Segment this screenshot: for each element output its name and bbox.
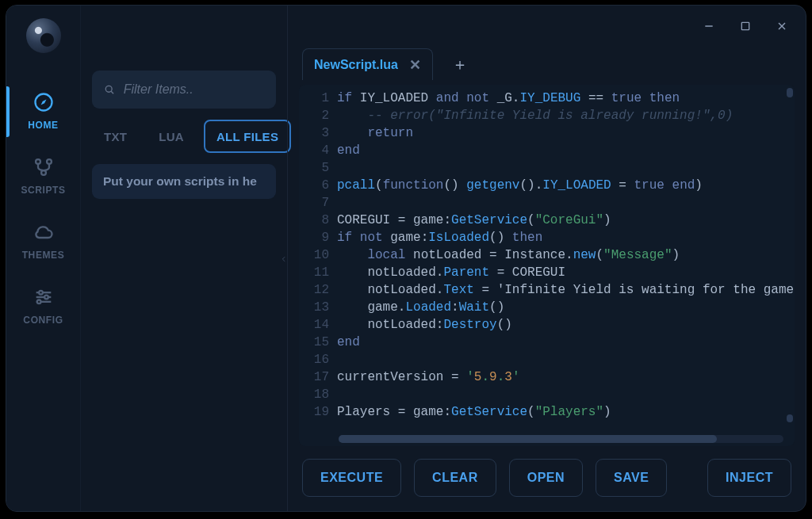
tab-newscript[interactable]: NewScript.lua ✕ bbox=[302, 48, 433, 80]
script-list-item[interactable]: Put your own scripts in he bbox=[92, 164, 276, 199]
svg-point-7 bbox=[47, 159, 52, 164]
code-content[interactable]: if IY_LOADED and not _G.IY_DEBUG == true… bbox=[337, 85, 795, 446]
svg-point-10 bbox=[39, 291, 43, 295]
svg-point-6 bbox=[36, 159, 40, 164]
file-panel: TXT LUA ALL FILES Put your own scripts i… bbox=[81, 6, 287, 511]
collapse-panel-button[interactable] bbox=[279, 243, 289, 275]
search-box[interactable] bbox=[92, 71, 276, 109]
minimize-button[interactable] bbox=[696, 13, 722, 39]
sliders-icon bbox=[33, 286, 55, 308]
svg-point-15 bbox=[105, 86, 112, 92]
save-button[interactable]: SAVE bbox=[596, 459, 667, 497]
app-logo bbox=[26, 18, 61, 53]
close-button[interactable] bbox=[769, 13, 795, 39]
filter-all-button[interactable]: ALL FILES bbox=[204, 120, 291, 153]
sidebar-item-themes[interactable]: THEMES bbox=[6, 210, 80, 275]
open-button[interactable]: OPEN bbox=[509, 459, 583, 497]
sidebar: HOME SCRIPTS THEMES CONFIG bbox=[6, 6, 81, 511]
app-window: HOME SCRIPTS THEMES CONFIG bbox=[6, 5, 806, 512]
editor-scroll-up-indicator[interactable] bbox=[787, 88, 793, 97]
action-bar: EXECUTE CLEAR OPEN SAVE INJECT bbox=[288, 446, 806, 511]
svg-point-14 bbox=[36, 300, 40, 304]
filter-lua-button[interactable]: LUA bbox=[147, 120, 196, 153]
search-icon bbox=[103, 82, 116, 97]
tab-bar: NewScript.lua ✕ ＋ bbox=[288, 48, 806, 85]
chevron-left-icon bbox=[280, 253, 288, 265]
svg-marker-5 bbox=[40, 100, 46, 105]
execute-button[interactable]: EXECUTE bbox=[302, 459, 401, 497]
branch-icon bbox=[33, 156, 55, 178]
sidebar-item-label: SCRIPTS bbox=[21, 185, 65, 196]
tab-add-button[interactable]: ＋ bbox=[447, 52, 473, 77]
maximize-button[interactable] bbox=[733, 13, 758, 39]
filter-row: TXT LUA ALL FILES bbox=[92, 120, 276, 153]
clear-button[interactable]: CLEAR bbox=[414, 459, 496, 497]
inject-button[interactable]: INJECT bbox=[707, 459, 791, 497]
sidebar-item-label: CONFIG bbox=[23, 315, 63, 326]
sidebar-item-scripts[interactable]: SCRIPTS bbox=[6, 145, 80, 210]
close-icon bbox=[776, 20, 788, 32]
tab-close-button[interactable]: ✕ bbox=[409, 58, 421, 72]
editor-horizontal-scrollbar[interactable] bbox=[339, 435, 783, 443]
sidebar-item-label: THEMES bbox=[22, 250, 65, 261]
panel-divider bbox=[287, 6, 288, 511]
minimize-icon bbox=[703, 20, 715, 32]
cloud-icon bbox=[33, 221, 55, 243]
editor-scroll-down-indicator[interactable] bbox=[787, 414, 793, 422]
sidebar-item-config[interactable]: CONFIG bbox=[6, 275, 80, 340]
line-gutter: 12345678910111213141516171819 bbox=[299, 85, 337, 446]
plus-icon: ＋ bbox=[452, 54, 468, 75]
search-input[interactable] bbox=[124, 82, 265, 97]
svg-rect-1 bbox=[741, 22, 749, 29]
code-editor[interactable]: 12345678910111213141516171819 if IY_LOAD… bbox=[299, 85, 795, 446]
window-controls bbox=[696, 13, 795, 39]
filter-txt-button[interactable]: TXT bbox=[92, 120, 139, 153]
sidebar-item-label: HOME bbox=[28, 120, 58, 131]
svg-point-12 bbox=[44, 296, 48, 300]
main-area: NewScript.lua ✕ ＋ 1234567891011121314151… bbox=[288, 6, 806, 511]
maximize-icon bbox=[739, 20, 752, 32]
tab-label: NewScript.lua bbox=[314, 58, 398, 72]
compass-icon bbox=[33, 91, 55, 113]
svg-line-16 bbox=[111, 91, 113, 93]
sidebar-item-home[interactable]: HOME bbox=[6, 80, 80, 145]
